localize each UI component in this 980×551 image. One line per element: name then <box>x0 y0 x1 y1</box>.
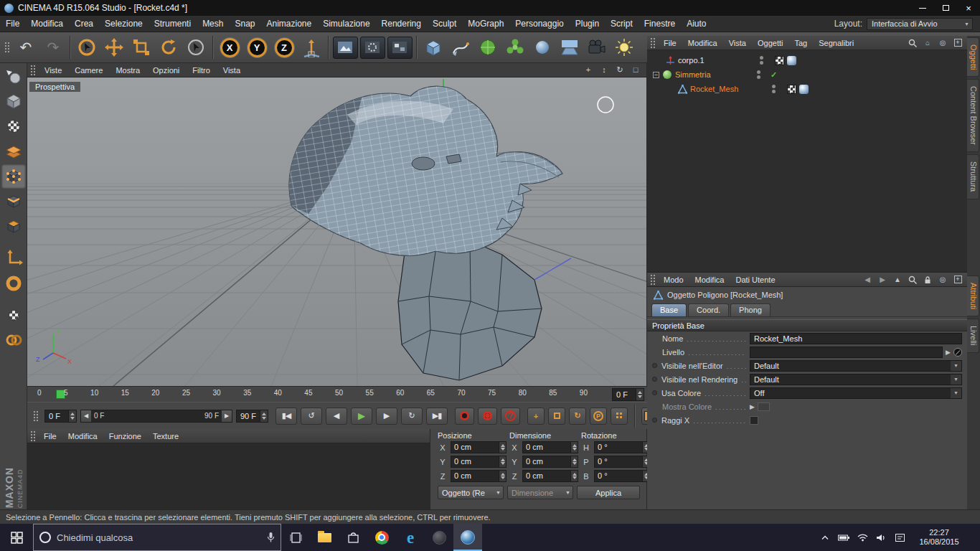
task-view-button[interactable] <box>281 524 310 551</box>
snap-settings-button[interactable] <box>1 328 26 352</box>
am-menu-modifica[interactable]: Modifica <box>689 276 730 284</box>
menu-personaggio[interactable]: Personaggio <box>509 16 569 32</box>
menu-mesh[interactable]: Mesh <box>197 16 229 32</box>
am-menu-dati-utente[interactable]: Dati Utente <box>730 276 781 284</box>
vp-menu-vista[interactable]: Vista <box>217 66 247 75</box>
menu-finestre[interactable]: Finestre <box>639 16 681 32</box>
prev-key-button[interactable]: ↺ <box>301 408 322 425</box>
action-center-icon[interactable] <box>894 532 905 543</box>
next-frame-button[interactable]: ▶ <box>376 408 397 425</box>
maximize-button[interactable] <box>934 0 957 16</box>
workplane-mode-button[interactable] <box>1 139 26 164</box>
enabled-check-icon[interactable]: ✓ <box>771 70 777 80</box>
coord-mode-dropdown[interactable]: Oggetto (Re▼ <box>438 486 504 499</box>
layout-dropdown[interactable]: Interfaccia di Avvio ▼ <box>867 18 973 30</box>
make-editable-button[interactable] <box>1 64 26 88</box>
phong-tag-icon[interactable] <box>799 85 809 94</box>
axis-mode-button[interactable] <box>1 246 26 270</box>
range-end-spinner[interactable]: 90 F <box>236 410 268 423</box>
add-spline-button[interactable] <box>447 34 474 61</box>
menu-mograph[interactable]: MoGraph <box>462 16 509 32</box>
anim-dot-icon[interactable] <box>652 418 657 423</box>
minimize-button[interactable] <box>911 0 934 16</box>
am-target-icon[interactable]: ◎ <box>938 275 948 285</box>
chrome-button[interactable] <box>367 524 396 551</box>
tab-livelli[interactable]: Livelli <box>967 319 979 353</box>
menu-simulazione[interactable]: Simulazione <box>317 16 375 32</box>
add-camera-button[interactable] <box>583 34 611 61</box>
am-add-icon[interactable] <box>953 275 963 285</box>
menu-rendering[interactable]: Rendering <box>376 16 427 32</box>
lock-y-button[interactable]: Y <box>243 34 270 61</box>
tab-attributi[interactable]: Attributi <box>967 276 979 316</box>
pos-z-field[interactable]: 0 cm <box>451 470 507 482</box>
model-mode-button[interactable] <box>1 89 26 113</box>
menu-file[interactable]: File <box>0 16 25 32</box>
tab-base[interactable]: Base <box>651 303 687 316</box>
om-search-icon[interactable] <box>908 38 918 48</box>
object-name[interactable]: corpo.1 <box>678 56 753 65</box>
cinema4d-taskbar-button[interactable] <box>453 524 482 551</box>
anim-dot-icon[interactable] <box>652 390 657 395</box>
dim-y-field[interactable]: 0 cm <box>522 456 578 468</box>
vp-menu-filtro[interactable]: Filtro <box>186 66 216 75</box>
key-pla-button[interactable] <box>611 408 628 425</box>
menu-modifica[interactable]: Modifica <box>25 16 69 32</box>
am-back-icon[interactable]: ◀ <box>862 275 872 285</box>
om-menu-tag[interactable]: Tag <box>788 39 813 47</box>
add-cube-button[interactable] <box>420 34 447 61</box>
scale-tool-button[interactable] <box>128 34 155 61</box>
last-tool-button[interactable] <box>182 34 209 61</box>
tab-phong[interactable]: Phong <box>730 303 771 316</box>
menu-crea[interactable]: Crea <box>69 16 99 32</box>
visibility-dots[interactable] <box>772 85 776 93</box>
points-mode-button[interactable] <box>1 164 26 189</box>
livello-field[interactable] <box>750 347 943 358</box>
texture-tag-icon[interactable] <box>787 85 796 94</box>
object-row-simmetria[interactable]: Simmetria ✓ <box>647 67 967 82</box>
om-menu-modifica[interactable]: Modifica <box>682 39 723 47</box>
phong-tag-icon[interactable] <box>787 56 796 65</box>
store-button[interactable] <box>339 524 367 551</box>
lock-z-button[interactable]: Z <box>270 34 298 61</box>
key-scale-button[interactable] <box>548 408 565 425</box>
am-grip[interactable] <box>650 274 655 286</box>
anim-dot-icon[interactable] <box>652 377 657 382</box>
move-tool-button[interactable] <box>100 34 128 61</box>
om-home-icon[interactable]: ⌂ <box>923 38 933 48</box>
object-row-rocket-mesh[interactable]: Rocket_Mesh <box>647 82 967 96</box>
om-menu-oggetti[interactable]: Oggetti <box>752 39 788 47</box>
am-lock-icon[interactable] <box>923 275 933 285</box>
viewport-grip[interactable] <box>30 65 35 76</box>
menu-script[interactable]: Script <box>605 16 639 32</box>
range-start-spinner[interactable]: 0 F <box>44 410 77 423</box>
tab-content-browser[interactable]: Content Browser <box>967 79 979 152</box>
close-button[interactable]: × <box>957 0 980 16</box>
om-menu-vista[interactable]: Vista <box>723 39 752 47</box>
tab-oggetti[interactable]: Oggetti <box>967 37 979 77</box>
next-key-button[interactable]: ↻ <box>401 408 423 425</box>
file-explorer-button[interactable] <box>310 524 339 551</box>
rotate-tool-button[interactable] <box>155 34 182 61</box>
vp-menu-mostra[interactable]: Mostra <box>109 66 146 75</box>
timeline-track[interactable]: 051015202530354045505560657075808590 <box>27 387 612 402</box>
add-subdivision-button[interactable] <box>474 34 501 61</box>
material-list-empty[interactable] <box>27 443 430 509</box>
menu-sculpt[interactable]: Sculpt <box>427 16 462 32</box>
om-target-icon[interactable]: ◎ <box>938 38 948 48</box>
toolbar-grip[interactable] <box>4 42 9 53</box>
rot-b-field[interactable]: 0 ° <box>594 470 650 482</box>
start-button[interactable] <box>0 524 33 551</box>
edges-mode-button[interactable] <box>1 189 26 214</box>
add-cloner-button[interactable] <box>501 34 529 61</box>
key-position-button[interactable]: + <box>527 408 545 425</box>
visibile-render-dropdown[interactable]: Default▼ <box>750 374 962 385</box>
polygons-mode-button[interactable] <box>1 215 26 239</box>
coord-system-button[interactable] <box>298 34 325 61</box>
raggi-x-checkbox[interactable] <box>750 416 758 425</box>
nome-field[interactable]: Rocket_Mesh <box>750 333 962 344</box>
network-icon[interactable] <box>857 532 868 543</box>
menu-selezione[interactable]: Selezione <box>99 16 149 32</box>
object-name[interactable]: Simmetria <box>675 70 750 79</box>
material-grip[interactable] <box>30 430 35 442</box>
